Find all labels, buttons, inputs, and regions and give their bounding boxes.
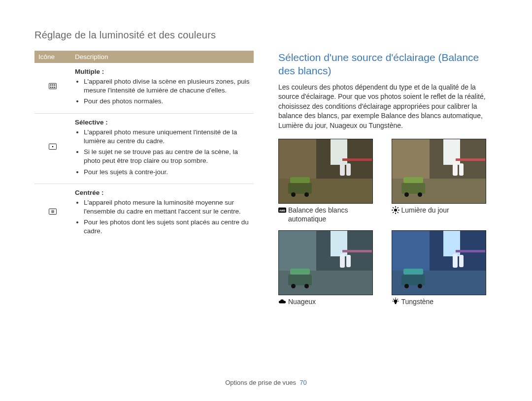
cloud-icon bbox=[278, 298, 286, 306]
svg-line-20 bbox=[397, 212, 398, 213]
wb-label-text: Balance des blancs automatique bbox=[288, 206, 385, 223]
svg-rect-4 bbox=[50, 87, 52, 88]
wb-item-auto: AWB Balance des blancs automatique bbox=[278, 139, 385, 223]
wb-grid: AWB Balance des blancs automatique Lumiè… bbox=[278, 139, 498, 307]
list-item: Pour des photos normales. bbox=[84, 97, 250, 106]
wb-label-text: Nuageux bbox=[288, 297, 316, 306]
list-item: L'appareil photo mesure la luminosité mo… bbox=[84, 198, 250, 216]
manual-page: Réglage de la luminosité et des couleurs… bbox=[0, 0, 532, 401]
desc-selective: Sélective : L'appareil photo mesure uniq… bbox=[75, 119, 250, 177]
svg-rect-0 bbox=[49, 84, 56, 89]
row-title: Multiple : bbox=[75, 68, 250, 75]
svg-line-19 bbox=[393, 207, 394, 208]
two-column-layout: Icône Description Multiple : bbox=[34, 51, 498, 306]
right-column: Sélection d'une source d'éclairage (Bala… bbox=[278, 51, 498, 306]
svg-rect-1 bbox=[50, 85, 52, 86]
wb-item-tungsten: Tungstène bbox=[392, 230, 498, 306]
spot-metering-icon bbox=[49, 143, 57, 151]
wb-thumb bbox=[392, 139, 486, 204]
list-item: Pour les sujets à contre-jour. bbox=[84, 168, 250, 177]
svg-line-21 bbox=[393, 212, 394, 213]
table-row: Multiple : L'appareil photo divise la sc… bbox=[34, 63, 254, 113]
section-title: Réglage de la luminosité et des couleurs bbox=[34, 30, 498, 41]
col-header-desc: Description bbox=[71, 51, 254, 63]
svg-point-8 bbox=[52, 146, 54, 148]
page-number: 70 bbox=[299, 379, 306, 386]
svg-rect-2 bbox=[52, 85, 54, 86]
wb-thumb bbox=[392, 230, 486, 295]
desc-multiple: Multiple : L'appareil photo divise la sc… bbox=[75, 68, 250, 106]
wb-item-cloudy: Nuageux bbox=[278, 230, 385, 306]
svg-line-28 bbox=[393, 299, 394, 300]
list-item: Si le sujet ne se trouve pas au centre d… bbox=[84, 148, 250, 165]
wb-label-text: Tungstène bbox=[401, 297, 434, 306]
table-row: Centrée : L'appareil photo mesure la lum… bbox=[34, 184, 254, 243]
svg-point-11 bbox=[52, 211, 53, 212]
desc-centree: Centrée : L'appareil photo mesure la lum… bbox=[75, 189, 250, 236]
col-header-icon: Icône bbox=[34, 51, 71, 63]
list-item: L'appareil photo divise la scène en plus… bbox=[84, 77, 250, 95]
awb-icon: AWB bbox=[278, 206, 286, 214]
svg-point-23 bbox=[394, 299, 397, 303]
row-title: Sélective : bbox=[75, 119, 250, 126]
svg-rect-5 bbox=[52, 87, 54, 88]
svg-rect-3 bbox=[54, 85, 56, 86]
table-row: Sélective : L'appareil photo mesure uniq… bbox=[34, 113, 254, 184]
svg-point-14 bbox=[394, 209, 397, 212]
wb-heading: Sélection d'une source d'éclairage (Bala… bbox=[278, 51, 498, 78]
svg-rect-6 bbox=[54, 87, 56, 88]
svg-rect-24 bbox=[395, 303, 396, 304]
left-column: Icône Description Multiple : bbox=[34, 51, 254, 306]
wb-label-text: Lumière du jour bbox=[401, 206, 449, 215]
footer-text: Options de prise de vues bbox=[225, 379, 296, 386]
wb-item-daylight: Lumière du jour bbox=[392, 139, 498, 223]
center-metering-icon bbox=[49, 208, 57, 216]
multi-metering-icon bbox=[49, 82, 57, 90]
page-footer: Options de prise de vues 70 bbox=[0, 379, 532, 386]
wb-thumb bbox=[278, 230, 373, 295]
svg-text:AWB: AWB bbox=[279, 209, 286, 212]
list-item: Pour les photos dont les sujets sont pla… bbox=[84, 218, 250, 236]
svg-line-29 bbox=[397, 299, 398, 300]
wb-thumb bbox=[278, 139, 373, 204]
row-title: Centrée : bbox=[75, 189, 250, 196]
bulb-icon bbox=[392, 298, 399, 306]
list-item: L'appareil photo mesure uniquement l'int… bbox=[84, 128, 250, 146]
sun-icon bbox=[392, 206, 399, 214]
svg-line-22 bbox=[397, 207, 398, 208]
metering-table: Icône Description Multiple : bbox=[34, 51, 254, 243]
wb-intro: Les couleurs des photos dépendent du typ… bbox=[278, 83, 498, 131]
